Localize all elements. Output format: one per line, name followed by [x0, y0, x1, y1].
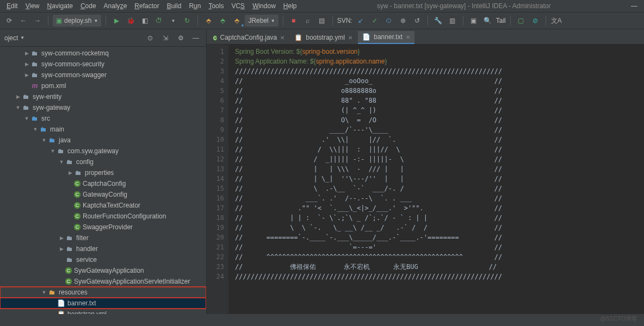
hide-icon[interactable]: —	[190, 32, 202, 44]
code-content[interactable]: Spring Boot Version: ${spring-boot.versi…	[228, 45, 644, 314]
translate-icon[interactable]: 文A	[550, 15, 562, 27]
menu-tools[interactable]: Tools	[205, 1, 227, 11]
tree-item[interactable]: ▶🖿filter	[0, 233, 206, 243]
tree-arrow-icon: ▶	[59, 235, 64, 241]
svn-diff-icon[interactable]: ⊕	[397, 15, 409, 27]
expand-icon[interactable]: ⇲	[159, 32, 171, 44]
c-icon: C	[65, 267, 72, 274]
svn-label: SVN:	[337, 17, 352, 24]
project-tree[interactable]: ▶🖿syw-common-rocketmq▶🖿syw-common-securi…	[0, 47, 206, 314]
dropdown-icon[interactable]: ▼	[167, 15, 179, 27]
menu-analyze[interactable]: Analyze	[101, 1, 131, 11]
tree-item[interactable]: 📄banner.txt	[0, 298, 206, 309]
menu-help[interactable]: Help	[280, 1, 300, 11]
gear-icon[interactable]: ⚙	[175, 32, 187, 44]
chevron-down-icon: ▼	[20, 35, 24, 40]
folder-icon: 🖿	[30, 115, 39, 122]
run-config-dropdown[interactable]: ▣ deploy.sh ▼	[53, 15, 101, 27]
menu-run[interactable]: Run	[185, 1, 204, 11]
menu-view[interactable]: View	[22, 1, 43, 11]
svn-update-icon[interactable]: ↙	[355, 15, 367, 27]
minimize-button[interactable]: —	[628, 1, 641, 11]
tree-arrow-icon: ▶	[15, 94, 21, 99]
tree-item[interactable]: ▼🖿resources	[0, 287, 206, 298]
menu-vcs[interactable]: VCS	[228, 1, 248, 11]
tree-item[interactable]: CKaptchaTextCreator	[0, 200, 206, 211]
tree-item-label: service	[76, 256, 97, 264]
structure-icon[interactable]: ▥	[447, 15, 459, 27]
tree-item[interactable]: ▶🖿properties	[0, 167, 206, 178]
menu-window[interactable]: Window	[249, 1, 279, 11]
tree-arrow-icon: ▼	[41, 137, 47, 143]
folder-icon: 🖿	[65, 158, 74, 166]
tree-arrow-icon: ▼	[41, 290, 47, 295]
tree-item[interactable]: ▶🖿syw-common-swagger	[0, 70, 206, 80]
tree-item[interactable]: CRouterFunctionConfiguration	[0, 211, 206, 222]
tree-item[interactable]: ▶🖿syw-common-rocketmq	[0, 48, 206, 59]
sync-icon[interactable]: ⟳	[3, 15, 15, 27]
wrench-icon[interactable]: 🔧	[432, 15, 444, 27]
tree-item[interactable]: CSwaggerProvider	[0, 222, 206, 233]
attach-icon[interactable]: ⌕	[302, 15, 314, 27]
tree-item[interactable]: ▼🖿syw-gateway	[0, 102, 206, 113]
tree-item-label: SywGatewayApplication	[74, 267, 144, 274]
tree-item[interactable]: ▼🖿config	[0, 156, 206, 167]
svn-history-icon[interactable]: ⏲	[383, 15, 395, 27]
rerun-icon[interactable]: ↻	[181, 15, 193, 27]
svn-revert-icon[interactable]: ↺	[411, 15, 423, 27]
tree-item-label: properties	[85, 169, 114, 177]
editor-tab[interactable]: CCaptchaConfig.java✕	[209, 31, 289, 44]
tree-item[interactable]: CCaptchaConfig	[0, 178, 206, 189]
close-icon[interactable]: ✕	[406, 34, 410, 40]
tree-item[interactable]: ▼🖿src	[0, 113, 206, 124]
tree-item-label: CaptchaConfig	[83, 180, 126, 187]
menu-code[interactable]: Code	[77, 1, 100, 11]
tree-item[interactable]: 🖿service	[0, 254, 206, 265]
tree-item[interactable]: ▶🖿syw-entity	[0, 91, 206, 102]
editor-tab[interactable]: 📋bootstrap.yml✕	[290, 31, 357, 44]
stop-icon[interactable]: ■	[288, 15, 300, 27]
close-icon[interactable]: ✕	[348, 35, 352, 41]
jr-icon3[interactable]: ⬘●	[231, 15, 243, 27]
coverage-icon[interactable]: ◧	[139, 15, 151, 27]
tree-item-label: java	[59, 136, 71, 144]
green-box-icon[interactable]: ▢	[515, 15, 527, 27]
tree-item[interactable]: mpom.xml	[0, 80, 206, 91]
debug-icon[interactable]: 🐞	[125, 15, 137, 27]
tree-item[interactable]: 📋bootstrap.yml	[0, 309, 206, 314]
tree-item[interactable]: ▼🖿com.syw.gateway	[0, 146, 206, 156]
menu-navigate[interactable]: Navigate	[44, 1, 76, 11]
menu-refactor[interactable]: Refactor	[131, 1, 162, 11]
target-icon[interactable]: ⊙	[144, 32, 156, 44]
tree-item[interactable]: ▶🖿syw-common-security	[0, 59, 206, 70]
menu-edit[interactable]: Edit	[3, 1, 21, 11]
tree-item-label: src	[41, 115, 50, 122]
tree-item[interactable]: CGatewayConfig	[0, 189, 206, 200]
svn-commit-icon[interactable]: ✓	[369, 15, 381, 27]
window-icon[interactable]: ▣	[468, 15, 480, 27]
jrebel-dropdown[interactable]: JRebel ▼	[245, 15, 278, 27]
editor-tab[interactable]: 📄banner.txt✕	[358, 31, 414, 44]
tree-item[interactable]: ▶🖿handler	[0, 243, 206, 254]
tree-arrow-icon: ▼	[59, 159, 64, 165]
run-icon[interactable]: ▶	[110, 15, 122, 27]
menu-bar: Edit View Navigate Code Analyze Refactor…	[0, 0, 644, 12]
tree-item[interactable]: CSywGatewayApplicationServletInitializer	[0, 276, 206, 287]
chevron-down-icon: ▼	[271, 18, 275, 23]
tree-item[interactable]: ▼🖿main	[0, 124, 206, 135]
tree-arrow-icon: ▼	[24, 116, 29, 121]
search-icon[interactable]: 🔍	[482, 15, 494, 27]
close-icon[interactable]: ✕	[280, 35, 284, 41]
no-entry-icon[interactable]: ⊘	[529, 15, 541, 27]
tree-item-label: syw-common-security	[41, 60, 104, 68]
profile-icon[interactable]: ⏱	[153, 15, 165, 27]
tree-item[interactable]: CSywGatewayApplication	[0, 265, 206, 276]
tree-item[interactable]: ▼🖿java	[0, 135, 206, 146]
forward-icon[interactable]: →	[32, 15, 44, 27]
back-icon[interactable]: ←	[17, 15, 29, 27]
menu-build[interactable]: Build	[164, 1, 185, 11]
run-config-label: deploy.sh	[64, 17, 91, 24]
jr-icon2[interactable]: ⬘	[216, 15, 228, 27]
jr-icon1[interactable]: ⬘	[202, 15, 214, 27]
layout-icon[interactable]: ▤	[316, 15, 328, 27]
